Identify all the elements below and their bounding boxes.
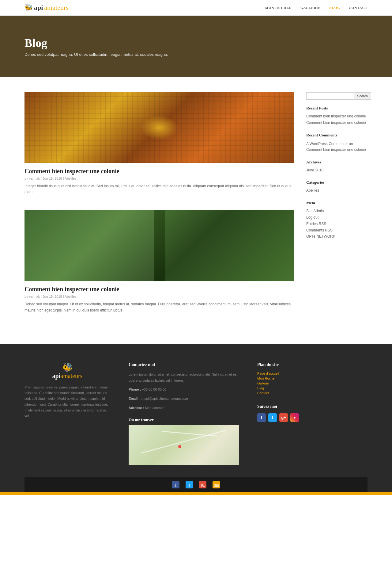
footer-suivez-title: Suivez moi: [257, 404, 368, 409]
map-pin: [178, 445, 181, 448]
sidebar-archives: Archives June 2018: [306, 160, 368, 173]
sidebar-categories: Categories Abeilles: [306, 180, 368, 193]
nav-blog[interactable]: BLOG: [329, 6, 340, 10]
footer-bottom-bar: f t g+ rss: [24, 477, 368, 492]
content-area: Comment bien inspecter une colonie by va…: [24, 92, 294, 329]
footer-email: Email : unapi@apicultursamateurs.com: [129, 396, 239, 402]
footer-desc: Proin sagittis lorem vel purus aliquet, …: [24, 384, 110, 419]
footer-logo: 🐝 apiamateurs: [24, 362, 110, 380]
main-nav: MON RUCHER GALLERIE BLOG CONTACT: [265, 6, 368, 10]
sidebar-recent-posts: Recent Posts Comment bien inspecter une …: [306, 106, 368, 125]
footer-col-contact: Contactez moi Lorem ipsum dolor sit amet…: [129, 362, 239, 465]
sidebar-recent-comments: Recent Comments A WordPress Commenter on…: [306, 133, 368, 152]
footer-map-inner: [129, 425, 239, 465]
sidebar-meta-2[interactable]: Entries RSS: [306, 221, 368, 227]
logo[interactable]: 🐝 apiamateurs: [24, 4, 69, 12]
footer-grid: 🐝 apiamateurs Proin sagittis lorem vel p…: [24, 362, 368, 477]
yellow-bar: [0, 492, 392, 495]
footer-phone: Phone : +33 00 00 00 00: [129, 387, 239, 393]
sidebar-categories-title: Categories: [306, 180, 368, 185]
post-card-2: Comment bien inspecter une colonie by va…: [24, 210, 294, 313]
sidebar-archive-0[interactable]: June 2018: [306, 168, 368, 173]
post-excerpt-1: Integer blandit risus quis nisl lacinia …: [24, 183, 294, 195]
logo-api-text: api: [34, 4, 43, 12]
footer-social-icons: f t g+ ●: [257, 413, 368, 422]
social-facebook[interactable]: f: [257, 413, 266, 422]
footer-col-logo: 🐝 apiamateurs Proin sagittis lorem vel p…: [24, 362, 110, 465]
footer: 🐝 apiamateurs Proin sagittis lorem vel p…: [0, 344, 392, 492]
footer-map: [129, 425, 239, 465]
nav-gallerie[interactable]: GALLERIE: [300, 6, 321, 10]
logo-amateurs-text: amateurs: [44, 4, 68, 12]
post-image-1: [24, 92, 294, 163]
footer-col-sitemap: Plan du site Page d'accueil Mon Rucher G…: [257, 362, 368, 465]
main-container: Comment bien inspecter une colonie by va…: [0, 77, 392, 344]
sidebar: Search Recent Posts Comment bien inspect…: [306, 92, 368, 329]
footer-address: Adresse : Mon adresse: [129, 405, 239, 411]
footer-sitemap-link-3[interactable]: Blog: [257, 386, 368, 390]
post-title-2[interactable]: Comment bien inspecter une colonie: [24, 286, 294, 293]
footer-sitemap-link-2[interactable]: Gallerie: [257, 381, 368, 385]
footer-map-title: Ou me trouver: [129, 417, 239, 422]
social-googleplus[interactable]: g+: [279, 413, 288, 422]
sidebar-recent-post-0[interactable]: Comment bien inspecter une colonie: [306, 114, 368, 119]
footer-sitemap-link-1[interactable]: Mon Rucher: [257, 377, 368, 380]
post-excerpt-2: Donec sed volutpat magna. Ut et ex solli…: [24, 301, 294, 313]
header: 🐝 apiamateurs MON RUCHER GALLERIE BLOG C…: [0, 0, 392, 16]
footer-sitemap-link-4[interactable]: Contact: [257, 391, 368, 395]
footer-bottom-facebook[interactable]: f: [172, 481, 179, 488]
search-input[interactable]: [306, 92, 354, 100]
sidebar-meta: Meta Site Admin Log out Entries RSS Comm…: [306, 201, 368, 239]
sidebar-meta-3[interactable]: Comments RSS: [306, 228, 368, 233]
sidebar-meta-title: Meta: [306, 201, 368, 205]
sidebar-comment-0: A WordPress Commenter on Comment bien in…: [306, 142, 366, 152]
footer-sitemap-title: Plan du site: [257, 362, 368, 367]
hero-title: Blog: [24, 36, 368, 50]
sidebar-meta-0[interactable]: Site Admin: [306, 208, 368, 214]
footer-logo-amateurs: amateurs: [60, 373, 82, 379]
hero-subtitle: Donec sed volutpat magna. Ut et ex solli…: [24, 52, 368, 57]
sidebar-recent-post-1[interactable]: Comment bien inspecter une colonie: [306, 120, 368, 125]
social-instagram[interactable]: ●: [290, 413, 299, 422]
sidebar-search-section: Search: [306, 92, 368, 100]
footer-logo-api: api: [52, 373, 61, 379]
footer-bottom-rss[interactable]: rss: [213, 481, 220, 488]
hero-section: Blog Donec sed volutpat magna. Ut et ex …: [0, 16, 392, 77]
nav-contact[interactable]: CONTACT: [349, 6, 368, 10]
search-button[interactable]: Search: [354, 92, 371, 100]
social-twitter[interactable]: t: [268, 413, 277, 422]
footer-bottom-googleplus[interactable]: g+: [199, 481, 206, 488]
footer-bottom-twitter[interactable]: t: [186, 481, 193, 488]
nav-mon-rucher[interactable]: MON RUCHER: [265, 6, 292, 10]
post-meta-2: by vannak | Jun 15, 2018 | Abeilles: [24, 295, 294, 298]
logo-icon: 🐝: [24, 4, 33, 12]
footer-contact-title: Contactez moi: [129, 362, 239, 367]
sidebar-meta-1[interactable]: Log out: [306, 215, 368, 220]
footer-sitemap-link-0[interactable]: Page d'accueil: [257, 372, 368, 375]
sidebar-archives-title: Archives: [306, 160, 368, 165]
sidebar-recent-posts-title: Recent Posts: [306, 106, 368, 111]
post-meta-1: by vannak | Jun 16, 2018 | Abeilles: [24, 177, 294, 180]
sidebar-category-0[interactable]: Abeilles: [306, 188, 368, 193]
post-image-2: [24, 210, 294, 281]
footer-map-section: Ou me trouver: [129, 417, 239, 465]
post-title-1[interactable]: Comment bien inspecter une colonie: [24, 168, 294, 175]
sidebar-recent-comments-title: Recent Comments: [306, 133, 368, 138]
sidebar-meta-4[interactable]: OPTe.NETWORK: [306, 234, 368, 239]
post-card-1: Comment bien inspecter une colonie by va…: [24, 92, 294, 195]
footer-contact-text: Lorem ipsum dolor sit amet, consectetur …: [129, 372, 239, 384]
